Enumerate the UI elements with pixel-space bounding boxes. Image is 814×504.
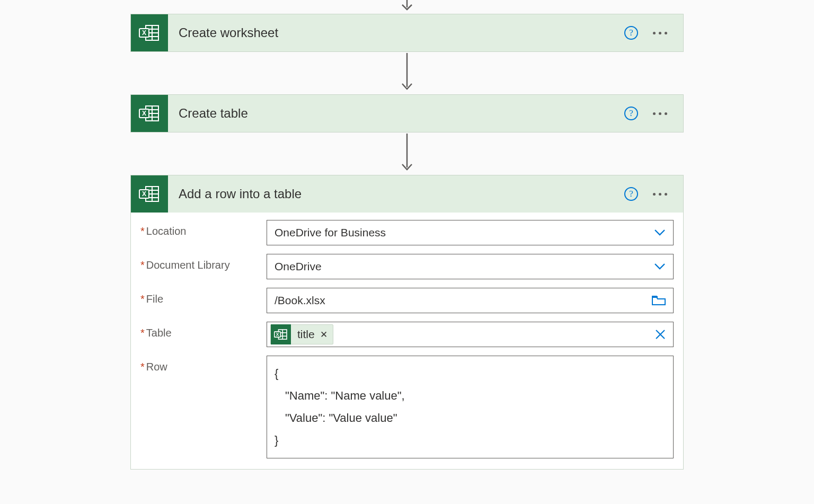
field-file: *File /Book.xlsx	[140, 288, 674, 313]
connector-arrow	[400, 52, 414, 94]
chevron-down-icon	[649, 263, 666, 270]
step-title: Create worksheet	[168, 25, 624, 40]
svg-text:X: X	[142, 29, 146, 37]
json-line: "Value": "Value value"	[275, 407, 666, 429]
row-json-input[interactable]: { "Name": "Name value", "Value": "Value …	[267, 356, 674, 458]
field-row: *Row { "Name": "Name value", "Value": "V…	[140, 356, 674, 458]
more-icon[interactable]	[652, 110, 668, 117]
token-label: title	[291, 328, 320, 341]
clear-icon[interactable]	[650, 329, 666, 340]
field-label: *Row	[140, 356, 267, 373]
step-title: Create table	[168, 106, 624, 121]
more-icon[interactable]	[652, 30, 668, 37]
step-create-worksheet[interactable]: X Create worksheet ?	[130, 14, 684, 52]
help-icon[interactable]: ?	[624, 26, 638, 40]
document-library-value: OneDrive	[275, 260, 649, 273]
connector-arrow	[400, 0, 414, 14]
token-remove-icon[interactable]: ✕	[320, 329, 328, 340]
field-label: *File	[140, 288, 267, 305]
json-line: }	[275, 429, 666, 452]
field-label: *Document Library	[140, 254, 267, 271]
step-title: Add a row into a table	[168, 187, 624, 201]
field-document-library: *Document Library OneDrive	[140, 254, 674, 279]
field-label: *Location	[140, 220, 267, 237]
table-input[interactable]: X title ✕	[267, 322, 674, 347]
help-icon[interactable]: ?	[624, 107, 638, 120]
field-table: *Table	[140, 322, 674, 347]
chevron-down-icon	[649, 229, 666, 236]
svg-text:X: X	[142, 110, 146, 117]
excel-icon: X	[131, 14, 168, 51]
step-create-table[interactable]: X Create table ?	[130, 94, 684, 132]
svg-text:X: X	[142, 190, 146, 198]
document-library-dropdown[interactable]: OneDrive	[267, 254, 674, 279]
dynamic-content-token[interactable]: X title ✕	[270, 324, 333, 344]
connector-arrow	[400, 132, 414, 175]
step-add-row-header[interactable]: X Add a row into a table ?	[131, 175, 683, 213]
more-icon[interactable]	[652, 191, 668, 198]
file-value: /Book.xlsx	[275, 294, 647, 307]
help-icon[interactable]: ?	[624, 187, 638, 201]
json-line: "Name": "Name value",	[275, 385, 666, 407]
json-line: {	[275, 362, 666, 385]
step-add-row: X Add a row into a table ? *Location	[130, 175, 684, 470]
excel-icon: X	[271, 324, 291, 344]
location-dropdown[interactable]: OneDrive for Business	[267, 220, 674, 245]
location-value: OneDrive for Business	[275, 226, 649, 239]
excel-icon: X	[131, 95, 168, 132]
folder-icon[interactable]	[647, 295, 666, 306]
file-picker[interactable]: /Book.xlsx	[267, 288, 674, 313]
field-label: *Table	[140, 322, 267, 339]
excel-icon: X	[131, 175, 168, 213]
svg-text:X: X	[276, 332, 279, 337]
field-location: *Location OneDrive for Business	[140, 220, 674, 245]
